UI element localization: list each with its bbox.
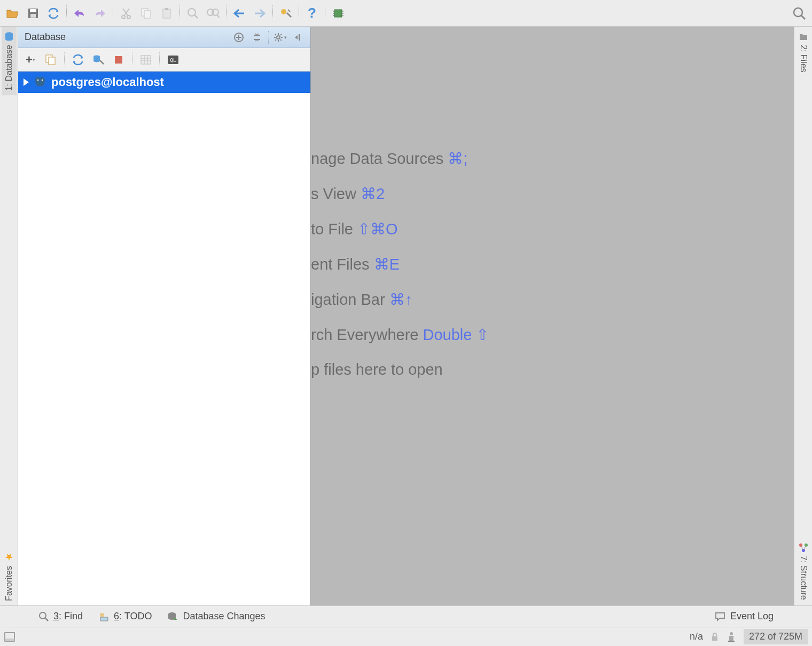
separator — [226, 5, 227, 21]
svg-rect-2 — [30, 14, 36, 18]
hint-go-to-file: to File ⇧⌘O — [311, 220, 489, 238]
svg-rect-35 — [115, 56, 122, 64]
datasource-label: postgres@localhost — [51, 75, 164, 89]
favorites-tab-label: Favorites — [4, 566, 14, 601]
hide-panel-icon[interactable] — [290, 29, 306, 45]
event-log-tab-label: Event Log — [730, 611, 774, 622]
svg-rect-6 — [144, 11, 151, 18]
separator — [66, 5, 67, 21]
svg-point-45 — [799, 543, 802, 547]
favorites-tool-tab[interactable]: Favorites ★ — [1, 547, 17, 605]
todo-icon — [98, 611, 110, 622]
hint-recent-files: ent Files ⌘E — [311, 255, 489, 273]
svg-rect-31 — [299, 34, 300, 41]
find-tool-tab[interactable]: 3: Find — [38, 611, 83, 622]
nav-forward-icon[interactable] — [250, 4, 269, 23]
gear-icon[interactable]: ▾ — [272, 29, 288, 45]
db-changes-icon — [167, 611, 178, 622]
sync-icon[interactable] — [44, 4, 63, 23]
open-folder-icon[interactable] — [3, 4, 22, 23]
help-icon[interactable]: ? — [302, 4, 322, 23]
event-log-tool-tab[interactable]: Event Log — [714, 611, 774, 622]
undo-icon[interactable] — [70, 4, 89, 23]
ic-chip-icon[interactable] — [329, 4, 348, 23]
search-icon — [38, 611, 49, 622]
speech-bubble-icon — [714, 611, 726, 622]
postgres-icon — [33, 75, 47, 89]
datasource-properties-icon[interactable] — [89, 51, 107, 69]
table-icon[interactable] — [137, 51, 155, 69]
expand-all-icon[interactable] — [231, 29, 247, 45]
database-panel-header: Database ▾ — [18, 27, 310, 48]
svg-rect-60 — [728, 641, 735, 642]
copy-icon[interactable] — [137, 4, 156, 23]
svg-point-43 — [37, 80, 39, 81]
folder-icon — [799, 32, 808, 42]
separator — [159, 52, 160, 67]
database-panel: Database ▾ +▾ — [18, 27, 311, 605]
separator — [299, 5, 299, 21]
svg-rect-33 — [49, 57, 55, 65]
svg-point-14 — [281, 9, 286, 14]
refresh-icon[interactable] — [69, 51, 87, 69]
memory-usage[interactable]: 272 of 725M — [744, 629, 808, 644]
database-tool-tab[interactable]: 1: Database — [2, 27, 17, 95]
files-tool-tab[interactable]: 2: Files — [797, 27, 810, 77]
bottom-tool-bar: 3: Find 6: TODO Database Changes Event L… — [0, 605, 812, 627]
database-toolbar: +▾ QL — [18, 48, 310, 72]
svg-point-22 — [794, 8, 802, 17]
svg-rect-57 — [712, 636, 717, 641]
paste-icon[interactable] — [157, 4, 176, 23]
search-icon[interactable] — [790, 4, 809, 23]
main-toolbar: ? — [0, 0, 812, 27]
lock-icon[interactable] — [710, 632, 719, 642]
svg-line-49 — [804, 546, 806, 549]
svg-point-12 — [212, 9, 218, 15]
zoom-reset-icon[interactable] — [204, 4, 223, 23]
svg-rect-59 — [729, 636, 733, 641]
duplicate-icon[interactable] — [42, 51, 60, 69]
datasource-node[interactable]: postgres@localhost — [18, 72, 310, 93]
svg-point-44 — [42, 80, 43, 81]
tool-windows-toggle-icon[interactable] — [4, 632, 15, 642]
sql-console-icon[interactable]: QL — [164, 51, 182, 69]
svg-rect-53 — [100, 617, 108, 621]
redo-icon[interactable] — [90, 4, 110, 23]
svg-rect-8 — [165, 8, 168, 10]
zoom-out-icon[interactable] — [183, 4, 202, 23]
hint-nav-bar: igation Bar ⌘↑ — [311, 290, 489, 309]
svg-point-58 — [730, 632, 733, 635]
memory-man-icon[interactable] — [727, 631, 736, 643]
db-changes-tool-tab[interactable]: Database Changes — [167, 611, 265, 622]
separator — [179, 5, 180, 21]
svg-rect-36 — [141, 56, 151, 64]
stop-icon[interactable] — [110, 51, 128, 69]
svg-point-30 — [277, 36, 280, 39]
separator — [113, 5, 113, 21]
settings-tool-icon[interactable] — [276, 4, 295, 23]
svg-point-47 — [802, 549, 805, 552]
add-datasource-icon[interactable]: +▾ — [21, 51, 40, 69]
separator — [132, 52, 132, 67]
svg-point-3 — [122, 15, 125, 19]
todo-tool-tab[interactable]: 6: TODO — [98, 611, 152, 622]
todo-tab-label: 6: TODO — [114, 611, 152, 622]
separator — [272, 5, 273, 21]
structure-tool-tab[interactable]: 7: Structure — [797, 539, 810, 605]
svg-text:QL: QL — [170, 58, 176, 63]
structure-tab-label: 7: Structure — [799, 556, 808, 600]
separator — [325, 5, 325, 21]
svg-rect-7 — [163, 9, 170, 18]
find-tab-label: 3: Find — [53, 611, 83, 622]
nav-back-icon[interactable] — [230, 4, 249, 23]
collapse-all-icon[interactable] — [249, 29, 265, 45]
cut-icon[interactable] — [116, 4, 136, 23]
svg-point-50 — [40, 612, 46, 619]
structure-icon — [799, 543, 808, 553]
main-area: 1: Database Favorites ★ Database ▾ — [0, 27, 812, 605]
hint-search-everywhere: rch Everywhere Double ⇧ — [311, 326, 489, 344]
save-icon[interactable] — [24, 4, 43, 23]
svg-point-9 — [188, 9, 196, 16]
svg-line-48 — [801, 546, 803, 549]
svg-line-51 — [45, 618, 48, 621]
